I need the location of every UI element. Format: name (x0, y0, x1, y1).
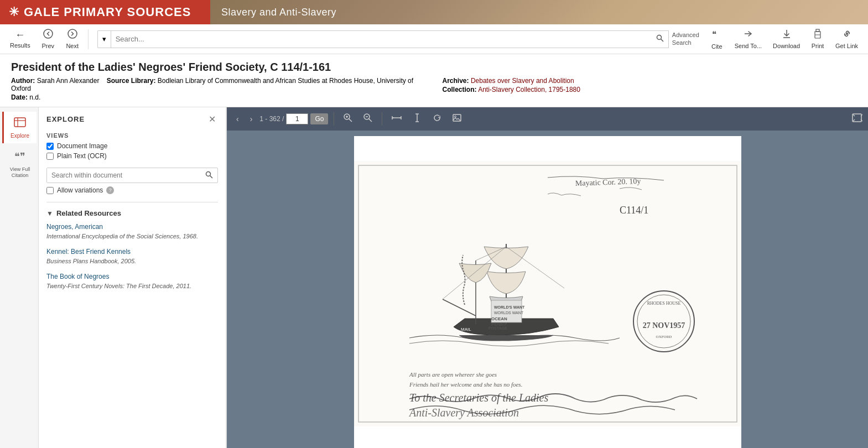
resource-source-2: Twenty-First Century Novels: The First D… (46, 283, 191, 289)
citation-icon: ❝❞ (13, 150, 27, 165)
next-icon (67, 29, 77, 41)
search-dropdown-button[interactable]: ▾ (97, 30, 111, 48)
doc-info-left: Author: Sarah Ann Alexander Source Libra… (11, 77, 426, 102)
svg-text:POSTAGE: POSTAGE (488, 326, 507, 330)
plain-text-label: Plain Text (OCR) (57, 152, 107, 160)
svg-point-0 (44, 29, 53, 38)
go-button[interactable]: Go (310, 113, 328, 124)
page-input[interactable] (286, 113, 308, 124)
fit-height-button[interactable] (409, 111, 425, 127)
svg-text:OCEAN: OCEAN (491, 316, 507, 321)
resource-link-1[interactable]: Kennel: Best Friend Kennels (46, 248, 218, 256)
svg-text:RHODES HOUSE: RHODES HOUSE (647, 301, 680, 306)
svg-text:All parts are open whereer she: All parts are open whereer she goes (409, 371, 497, 378)
send-to-button[interactable]: Send To... (730, 27, 766, 51)
svg-text:❝: ❝ (712, 29, 716, 39)
archive-link[interactable]: Debates over Slavery and Abolition (471, 77, 574, 85)
author-value: Sarah Ann Alexander (37, 77, 100, 85)
download-button[interactable]: Download (768, 27, 804, 51)
page-indicator: 1 - 362 / Go (259, 113, 328, 124)
sidebar-citation-button[interactable]: ❝❞ View Full Citation (2, 145, 37, 183)
advanced-search-link[interactable]: Advanced Search (672, 32, 699, 46)
collection-link[interactable]: Anti-Slavery Collection, 1795-1880 (478, 86, 580, 93)
svg-line-3 (661, 39, 663, 42)
results-label: Results (10, 42, 30, 49)
document-image-checkbox[interactable] (46, 143, 54, 150)
list-item: The Book of Negroes Twenty-First Century… (46, 273, 218, 290)
search-input[interactable] (111, 35, 652, 43)
download-label: Download (773, 43, 800, 49)
search-button[interactable] (652, 32, 668, 46)
help-icon: ? (106, 186, 114, 194)
chevron-down-icon: ▾ (102, 35, 106, 43)
results-button[interactable]: ← Results (6, 27, 35, 51)
svg-text:OXFORD: OXFORD (656, 335, 672, 339)
sidebar-panel: EXPLORE ✕ VIEWS Document Image Plain Tex… (39, 107, 226, 448)
print-label: Print (812, 43, 824, 49)
plain-text-checkbox-row[interactable]: Plain Text (OCR) (46, 152, 218, 160)
archive-line: Archive: Debates over Slavery and Abolit… (443, 77, 857, 85)
svg-text:To the Secretaries of the Ladi: To the Secretaries of the Ladies (409, 392, 548, 404)
document-viewer: ‹ › 1 - 362 / Go (227, 107, 868, 448)
date-value: n.d. (29, 93, 40, 101)
svg-rect-8 (815, 35, 820, 38)
svg-text:27 NOV1957: 27 NOV1957 (642, 321, 685, 330)
gale-logo-icon: ✳ (9, 5, 19, 19)
resources-list: Negroes, American International Encyclop… (46, 223, 218, 290)
resource-link-0[interactable]: Negroes, American (46, 223, 218, 231)
viewer-toolbar: ‹ › 1 - 362 / Go (227, 107, 868, 131)
next-button[interactable]: Next (61, 27, 84, 51)
expand-button[interactable] (851, 113, 862, 126)
cite-icon: ❝ (711, 28, 723, 42)
svg-text:WORLDS WANT: WORLDS WANT (494, 311, 524, 315)
resource-source-1: Business Plans Handbook, 2005. (46, 258, 136, 264)
svg-point-14 (206, 171, 211, 176)
doc-info-right: Archive: Debates over Slavery and Abolit… (443, 77, 857, 102)
sidebar: Explore ❝❞ View Full Citation EXPLORE ✕ … (0, 107, 227, 448)
plain-text-checkbox[interactable] (46, 153, 54, 160)
sidebar-close-button[interactable]: ✕ (206, 113, 218, 126)
allow-variations-checkbox[interactable] (46, 187, 54, 194)
cite-button[interactable]: ❝ Cite (706, 26, 728, 52)
svg-text:Friends hail her welcome and s: Friends hail her welcome and she has no … (409, 381, 522, 388)
get-link-icon (842, 29, 852, 41)
fit-width-button[interactable] (388, 111, 406, 127)
image-mode-button[interactable] (449, 111, 465, 127)
doc-image-container: Mayatic Cor. 20. 10y C114/1 (354, 136, 741, 448)
document-image-checkbox-row[interactable]: Document Image (46, 142, 218, 150)
svg-rect-9 (816, 29, 819, 32)
zoom-in-button[interactable] (340, 111, 356, 127)
brand-name: GALE PRIMARY SOURCES (24, 5, 191, 19)
prev-button[interactable]: Prev (37, 27, 59, 51)
viewer-separator-2 (382, 112, 382, 126)
rotate-button[interactable] (429, 111, 445, 127)
search-within-button[interactable] (201, 169, 217, 183)
svg-text:C114/1: C114/1 (620, 205, 648, 216)
explore-icon (13, 116, 27, 131)
svg-text:MAIL: MAIL (461, 327, 471, 332)
svg-line-15 (210, 175, 213, 178)
collection-label: Collection: (443, 86, 477, 93)
get-link-button[interactable]: Get Link (831, 27, 862, 51)
page-range: 1 - 362 / (259, 115, 284, 123)
collection-line: Collection: Anti-Slavery Collection, 179… (443, 86, 857, 93)
document-info-row: Author: Sarah Ann Alexander Source Libra… (11, 77, 857, 102)
viewer-prev-button[interactable]: ‹ (232, 112, 243, 126)
print-button[interactable]: Print (807, 27, 829, 51)
document-meta: President of the Ladies' Negroes' Friend… (0, 54, 868, 107)
document-title: President of the Ladies' Negroes' Friend… (11, 61, 857, 74)
archive-label: Archive: (443, 77, 469, 85)
related-resources-header[interactable]: ▼ Related Resources (46, 209, 218, 217)
sidebar-explore-button[interactable]: Explore (2, 112, 37, 143)
brand-bar: ✳ GALE PRIMARY SOURCES (0, 0, 210, 24)
zoom-out-button[interactable] (360, 111, 376, 127)
citation-label: View Full Citation (6, 166, 34, 179)
search-within-input[interactable] (47, 168, 201, 183)
allow-variations-label: Allow variations (57, 186, 103, 194)
resource-link-2[interactable]: The Book of Negroes (46, 273, 218, 280)
svg-line-22 (369, 119, 372, 122)
prev-label: Prev (41, 43, 54, 49)
viewer-next-button[interactable]: › (246, 112, 257, 126)
date-label: Date: (11, 93, 28, 101)
svg-point-1 (68, 29, 77, 38)
